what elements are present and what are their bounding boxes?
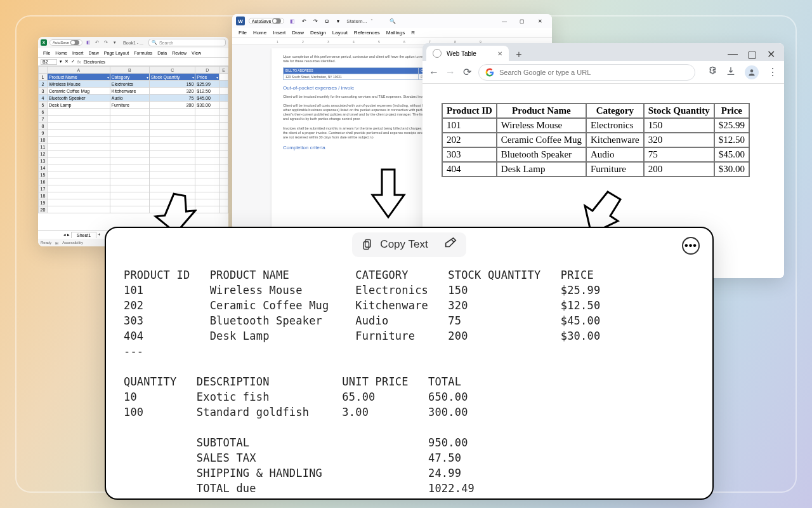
table-cell: $30.00 [714, 162, 749, 177]
excel-titlebar: X AutoSave ◧ ↶ ↷ ▾ Book1 - ... 🔍 Search [38, 37, 228, 48]
col-header[interactable]: Price [195, 74, 219, 81]
redo-icon[interactable]: ↷ [311, 17, 320, 25]
card-toolbar: Copy Text ••• [106, 228, 712, 261]
search-placeholder: Search [159, 41, 173, 45]
copy-text-button[interactable]: Copy Text [352, 232, 466, 257]
reload-icon[interactable]: ⟳ [462, 67, 472, 77]
ribbon-tab[interactable]: Insert [273, 30, 285, 36]
svg-text:5: 5 [378, 40, 380, 44]
col-header[interactable]: Category [110, 74, 149, 81]
more-actions-button[interactable]: ••• [682, 237, 700, 255]
omnibox-placeholder: Search Google or type a URL [499, 69, 591, 76]
undo-icon[interactable]: ↶ [299, 17, 308, 25]
maximize-icon[interactable]: ▢ [514, 15, 530, 27]
table-header: Product ID [442, 104, 497, 118]
ribbon-tab[interactable]: Design [310, 30, 326, 36]
document-name: Book1 - ... [123, 41, 143, 45]
table-cell: 123 South Street, Manhattan, NY 10021 [284, 74, 419, 80]
search-input[interactable]: 🔍 Search [148, 39, 226, 46]
ribbon-tab[interactable]: Data [157, 51, 167, 55]
autosave-toggle[interactable]: AutoSave [49, 39, 82, 46]
svg-text:3: 3 [327, 40, 329, 44]
forward-icon[interactable]: → [445, 67, 455, 77]
extensions-icon[interactable] [707, 66, 717, 79]
ribbon-tab[interactable]: Home [55, 51, 67, 55]
table-cell: 404 [442, 162, 497, 177]
table-cell: $45.00 [714, 147, 749, 162]
close-tab-icon[interactable]: ✕ [497, 50, 502, 57]
redo-icon[interactable]: ↷ [103, 39, 109, 46]
svg-text:6: 6 [403, 40, 405, 44]
new-tab-button[interactable]: + [513, 48, 525, 61]
ribbon-tab[interactable]: View [192, 51, 201, 55]
fx-icon[interactable]: fx [77, 60, 81, 64]
table-row: 202Ceramic Coffee MugKitchenware320$12.5… [442, 133, 749, 147]
browser-tab[interactable]: Web Table ✕ [426, 46, 509, 61]
ribbon-tab[interactable]: File [239, 30, 247, 36]
dropdown-icon[interactable]: ˅ [370, 18, 373, 24]
ribbon-tab[interactable]: Page Layout [104, 51, 129, 55]
menu-icon[interactable]: ⋮ [768, 66, 778, 78]
save-icon[interactable]: ◧ [288, 17, 297, 25]
sheet-tab[interactable]: Sheet1 [71, 232, 96, 238]
ribbon-tab[interactable]: Mailings [386, 30, 405, 36]
table-cell: 202 [442, 133, 497, 147]
prev-sheet-icon[interactable]: ◂ [63, 232, 66, 237]
search-icon[interactable]: 🔍 [390, 18, 396, 24]
eraser-icon[interactable] [443, 236, 457, 253]
omega-icon[interactable]: Ω [322, 17, 331, 25]
table-cell: Wireless Mouse [497, 118, 586, 133]
ribbon-tab[interactable]: Draw [88, 51, 98, 55]
address-bar[interactable]: Search Google or type a URL [478, 64, 695, 81]
spreadsheet-grid[interactable]: ABCDE 1 Product Name Category Stock Quan… [38, 66, 228, 213]
dropdown-icon[interactable]: ▾ [334, 17, 343, 25]
table-cell: 200 [644, 162, 714, 177]
ribbon-tab[interactable]: Home [253, 30, 266, 36]
table-header: BILL TO ADDRESS [284, 68, 419, 74]
col-header[interactable]: Product Name [48, 74, 110, 81]
minimize-icon[interactable]: — [496, 15, 513, 27]
profile-avatar-icon[interactable] [745, 65, 759, 79]
download-icon[interactable] [726, 66, 736, 79]
cancel-icon[interactable]: ✕ [65, 59, 69, 64]
next-sheet-icon[interactable]: ▸ [67, 232, 70, 237]
ribbon-tab[interactable]: R [411, 30, 415, 36]
accessibility-icon[interactable]: ⊞ [55, 241, 58, 245]
table-cell: Electronics [586, 118, 644, 133]
word-ribbon-tabs: FileHomeInsertDrawDesignLayoutReferences… [232, 28, 552, 37]
close-icon[interactable]: ✕ [761, 47, 780, 61]
svg-rect-10 [365, 240, 370, 248]
extracted-text[interactable]: PRODUCT ID PRODUCT NAME CATEGORY STOCK Q… [106, 261, 712, 496]
quick-access-toolbar: ◧ ↶ ↷ Ω ▾ [288, 17, 343, 25]
table-cell: 101 [442, 118, 497, 133]
name-box[interactable]: B2 [41, 59, 57, 65]
save-icon[interactable]: ◧ [85, 39, 91, 46]
excel-window: X AutoSave ◧ ↶ ↷ ▾ Book1 - ... 🔍 Search … [38, 37, 228, 246]
autosave-toggle[interactable]: AutoSave [249, 18, 284, 24]
google-logo-icon [485, 68, 494, 77]
table-header: Category [586, 104, 644, 118]
dropdown-icon[interactable]: ▾ [112, 39, 118, 46]
ribbon-tab[interactable]: Formulas [134, 51, 152, 55]
table-cell: $25.99 [714, 118, 749, 133]
ribbon-tab[interactable]: Layout [332, 30, 348, 36]
ribbon-tab[interactable]: File [43, 51, 50, 55]
col-header[interactable]: Stock Quantity [150, 74, 195, 81]
ribbon-tab[interactable]: Insert [72, 51, 84, 55]
dropdown-icon[interactable]: ▾ [60, 59, 62, 64]
back-icon[interactable]: ← [429, 67, 439, 77]
maximize-icon[interactable]: ▢ [742, 47, 761, 61]
minimize-icon[interactable]: — [723, 47, 742, 61]
toggle-off-icon [272, 18, 281, 23]
ribbon-tab[interactable]: Draw [292, 30, 304, 36]
svg-text:4: 4 [353, 40, 355, 44]
formula-input[interactable]: Electronics [83, 60, 226, 64]
close-icon[interactable]: ✕ [532, 15, 548, 27]
tab-title: Web Table [447, 50, 476, 57]
add-sheet-icon[interactable]: + [98, 232, 100, 237]
check-icon[interactable]: ✓ [71, 59, 75, 64]
table-cell: 150 [644, 118, 714, 133]
undo-icon[interactable]: ↶ [94, 39, 100, 46]
ribbon-tab[interactable]: References [354, 30, 380, 36]
ribbon-tab[interactable]: Review [172, 51, 187, 55]
